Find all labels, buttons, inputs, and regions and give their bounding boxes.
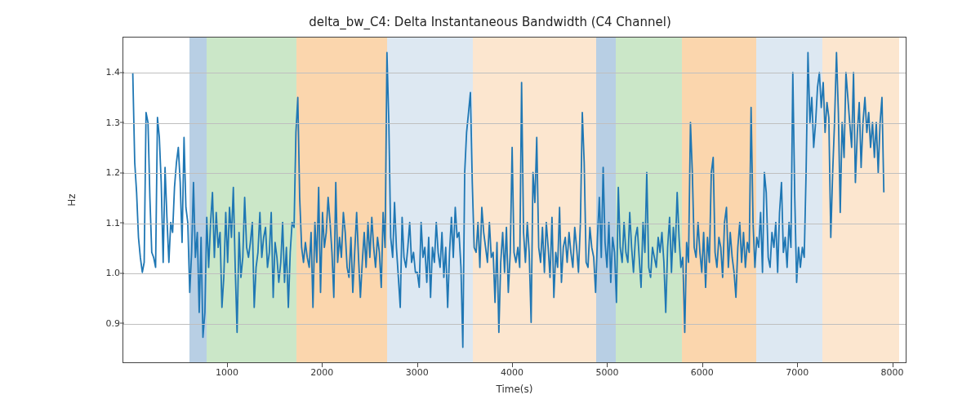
x-tick-label: 5000 [582,367,631,378]
x-tick-label: 6000 [678,367,727,378]
x-tick-label: 4000 [488,367,537,378]
y-tick-label: 1.0 [87,268,120,278]
y-tick-label: 1.4 [87,67,120,78]
x-tick-label: 8000 [868,367,917,378]
gridline [123,123,906,124]
y-tick-label: 1.1 [87,217,120,228]
x-tick-label: 2000 [297,367,346,378]
figure: delta_bw_C4: Delta Instantaneous Bandwid… [0,0,980,408]
x-tick-label: 1000 [203,367,252,378]
chart-title: delta_bw_C4: Delta Instantaneous Bandwid… [0,15,980,29]
gridline [123,273,906,274]
x-tick-label: 7000 [773,367,822,378]
y-axis-label: Hz [66,37,78,363]
gridline [123,173,906,174]
x-axis-label: Time(s) [122,384,906,395]
x-tick-label: 3000 [393,367,442,378]
gridline [123,224,906,224]
y-tick-label: 1.3 [87,117,120,127]
line-svg [123,38,906,362]
gridline [123,324,906,325]
series-line [133,52,884,347]
gridline [123,73,906,73]
y-tick-label: 0.9 [87,317,120,328]
y-tick-label: 1.2 [87,167,120,178]
plot-area [122,37,906,363]
